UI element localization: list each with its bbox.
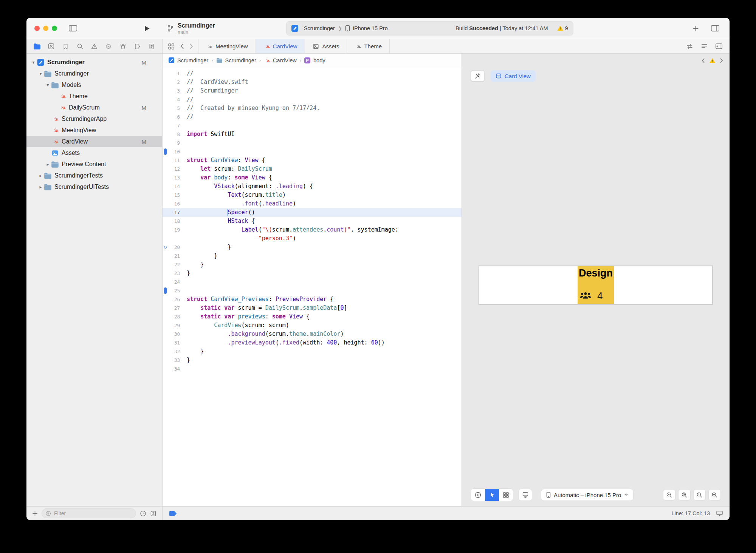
file-row-scrumdinger[interactable]: ▾Scrumdinger <box>26 68 162 79</box>
line-number[interactable]: 8 <box>169 130 182 139</box>
code-line-32[interactable]: 32 } <box>163 347 462 356</box>
code-line-15[interactable]: 15 Text(scrum.title) <box>163 191 462 199</box>
line-number[interactable]: 14 <box>169 182 182 191</box>
navigator-tab-changes-icon[interactable] <box>47 42 56 51</box>
code-line-20[interactable]: 20 } <box>163 243 462 252</box>
code-line-26[interactable]: 26struct CardView_Previews: PreviewProvi… <box>163 295 462 304</box>
line-number[interactable]: 33 <box>169 356 182 365</box>
issues-badge[interactable]: 9 <box>557 25 568 31</box>
navigator-tab-tests-icon[interactable] <box>104 42 113 51</box>
navigator-tab-breakpoints-icon[interactable] <box>133 42 141 51</box>
code-line-21[interactable]: 21 } <box>163 252 462 260</box>
file-row-scrumdinger[interactable]: ▾ScrumdingerM <box>26 57 162 68</box>
file-row-models[interactable]: ▾Models <box>26 79 162 91</box>
code-line-29[interactable]: 29 CardView(scrum: scrum) <box>163 321 462 330</box>
line-number[interactable]: 17 <box>169 208 182 217</box>
scheme-name[interactable]: Scrumdinger <box>304 25 335 31</box>
file-row-cardview[interactable]: CardViewM <box>26 136 162 147</box>
previous-issue-button[interactable] <box>701 58 705 63</box>
device-settings-button[interactable] <box>518 489 532 501</box>
line-number[interactable]: 25 <box>169 286 182 295</box>
file-row-scrumdingeruitests[interactable]: ▸ScrumdingerUITests <box>26 181 162 193</box>
code-line-7[interactable]: 7 <box>163 121 462 130</box>
show-inspector-icon[interactable] <box>711 25 720 32</box>
editor-options-icon[interactable] <box>701 43 708 49</box>
zoom-in-button[interactable] <box>708 489 721 500</box>
code-line-33[interactable]: 33} <box>163 356 462 365</box>
code-line-19[interactable]: 19 Label("\(scrum.attendees.count)", sys… <box>163 226 462 234</box>
line-number[interactable]: 7 <box>169 121 182 130</box>
file-row-preview-content[interactable]: ▸Preview Content <box>26 159 162 170</box>
line-number[interactable]: 23 <box>169 269 182 278</box>
navigator-tab-bookmarks-icon[interactable] <box>62 42 70 51</box>
code-line-22[interactable]: 22 } <box>163 260 462 269</box>
run-button[interactable] <box>143 25 150 32</box>
file-row-dailyscrum[interactable]: DailyScrumM <box>26 102 162 113</box>
disclosure-triangle[interactable]: ▸ <box>45 162 51 167</box>
code-line-25[interactable]: 25 <box>163 286 462 295</box>
code-line-23[interactable]: 23} <box>163 269 462 278</box>
navigator-tab-issues-icon[interactable] <box>90 42 99 51</box>
file-row-meetingview[interactable]: MeetingView <box>26 125 162 136</box>
disclosure-triangle[interactable]: ▾ <box>37 71 44 76</box>
line-number[interactable]: 13 <box>169 173 182 182</box>
add-editor-icon[interactable] <box>715 43 723 49</box>
disclosure-triangle[interactable]: ▾ <box>30 60 37 65</box>
line-number[interactable] <box>169 234 182 243</box>
code-review-icon[interactable] <box>686 43 693 49</box>
live-preview-button[interactable] <box>471 489 485 501</box>
code-line-16[interactable]: 16 .font(.headline) <box>163 199 462 208</box>
file-row-assets[interactable]: Assets <box>26 147 162 159</box>
preview-device-menu[interactable]: Automatic – iPhone 15 Pro <box>541 489 634 501</box>
code-line-1[interactable]: 1// <box>163 69 462 78</box>
code-line-11[interactable]: 11struct CardView: View { <box>163 156 462 165</box>
zoom-actual-size-button[interactable] <box>693 489 706 500</box>
breadcrumb-item-scrumdinger[interactable]: Scrumdinger <box>216 57 256 63</box>
code-line-13[interactable]: 13 var body: some View { <box>163 173 462 182</box>
line-number[interactable]: 32 <box>169 347 182 356</box>
minimize-button[interactable] <box>43 26 48 31</box>
code-area[interactable]: 1//2// CardView.swift3// Scrumdinger4//5… <box>163 67 462 506</box>
line-number[interactable]: 27 <box>169 304 182 312</box>
activity-view[interactable]: Scrumdinger ❯ iPhone 15 Pro Build Succee… <box>286 21 573 36</box>
code-line-8[interactable]: 8import SwiftUI <box>163 130 462 139</box>
line-number[interactable]: 12 <box>169 165 182 173</box>
pin-preview-button[interactable] <box>471 70 485 82</box>
line-number[interactable]: 6 <box>169 113 182 121</box>
code-line-24[interactable]: 24 <box>163 278 462 286</box>
code-line-10[interactable]: 10 <box>163 147 462 156</box>
navigator-filter[interactable] <box>42 508 136 518</box>
code-line-3[interactable]: 3// Scrumdinger <box>163 87 462 95</box>
preview-tab-card-view[interactable]: Card View <box>491 70 536 82</box>
tab-cardview[interactable]: CardView <box>256 39 305 53</box>
navigator-tab-find-icon[interactable] <box>76 42 84 51</box>
code-line-27[interactable]: 27 static var scrum = DailyScrum.sampleD… <box>163 304 462 312</box>
breadcrumb-item-body[interactable]: Pbody <box>304 57 325 63</box>
selectable-mode-button[interactable] <box>485 489 499 501</box>
code-line-5[interactable]: 5// Created by minseo Kyung on 7/17/24. <box>163 104 462 113</box>
breakpoints-toggle[interactable] <box>169 511 177 516</box>
line-number[interactable]: 20 <box>169 243 182 252</box>
line-number[interactable]: 9 <box>169 139 182 147</box>
breadcrumb-item-cardview[interactable]: CardView <box>264 57 297 63</box>
close-button[interactable] <box>34 26 40 31</box>
line-number[interactable]: 4 <box>169 95 182 104</box>
line-number[interactable]: 1 <box>169 69 182 78</box>
line-number[interactable]: 3 <box>169 87 182 95</box>
zoom-out-button[interactable] <box>663 489 675 500</box>
tab-meetingview[interactable]: MeetingView <box>198 39 256 53</box>
go-back-button[interactable] <box>180 43 184 49</box>
recent-files-icon[interactable] <box>140 510 146 517</box>
tab-theme[interactable]: Theme <box>347 39 390 53</box>
code-line-2[interactable]: 2// CardView.swift <box>163 78 462 87</box>
variants-mode-button[interactable] <box>499 489 513 501</box>
line-number[interactable]: 24 <box>169 278 182 286</box>
canvas-warning-icon[interactable] <box>710 58 715 63</box>
disclosure-triangle[interactable]: ▸ <box>37 184 44 190</box>
line-number[interactable]: 29 <box>169 321 182 330</box>
display-icon[interactable] <box>716 510 723 517</box>
code-line-12[interactable]: 12 let scrum: DailyScrum <box>163 165 462 173</box>
run-destination[interactable]: iPhone 15 Pro <box>353 25 388 31</box>
code-line-14[interactable]: 14 VStack(alignment: .leading) { <box>163 182 462 191</box>
code-line-17[interactable]: 17 Spacer() <box>163 208 462 217</box>
